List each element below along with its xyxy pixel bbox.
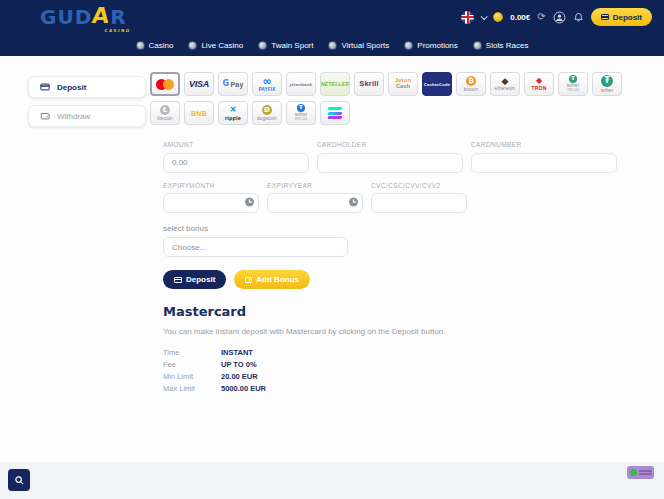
logo-text-right: R: [110, 5, 126, 29]
add-bonus-label: Add Bonus: [256, 275, 299, 284]
payment-method-tether-erc20[interactable]: ₮ tether ERC20: [286, 101, 316, 125]
sidebar-item-withdraw[interactable]: Withdraw: [28, 105, 146, 127]
payment-method-payfix[interactable]: ∞ PAYFIX: [252, 72, 282, 96]
payment-method-visa[interactable]: VISA: [184, 72, 214, 96]
cardholder-input[interactable]: [317, 153, 463, 173]
payment-method-skrill[interactable]: Skrill: [354, 72, 384, 96]
method-info-row: Max Limit 5000.00 EUR: [163, 382, 650, 394]
select-bonus-label: select bonus: [163, 224, 623, 233]
payment-label: ethereum: [495, 87, 516, 92]
payment-method-tether-trc20[interactable]: ₮ tether TRC20: [558, 72, 588, 96]
payment-method-bitcoin[interactable]: ₿ bitcoin: [456, 72, 486, 96]
payment-sublabel: ERC20: [295, 118, 307, 122]
nav-item-live-casino[interactable]: Live Casino: [188, 41, 243, 50]
nav-item-twain-sport[interactable]: Twain Sport: [258, 41, 313, 50]
slots-races-icon: [473, 41, 482, 50]
clock-icon: [245, 198, 254, 207]
amount-field-group: AMOUNT: [163, 141, 309, 173]
info-label: Time: [163, 348, 221, 357]
info-value: UP TO 0%: [221, 360, 257, 369]
sidebar-withdraw-label: Withdraw: [57, 112, 90, 121]
chevron-down-icon[interactable]: [481, 13, 488, 20]
twain-sport-icon: [258, 41, 267, 50]
payment-label: VISA: [189, 80, 209, 89]
cvc-input[interactable]: [371, 193, 467, 213]
bonus-select-value: Choose...: [172, 243, 206, 252]
amount-input[interactable]: [163, 153, 309, 173]
payment-method-jetoncash[interactable]: Jeton Cash: [388, 72, 418, 96]
method-info-row: Fee UP TO 0%: [163, 358, 650, 370]
search-fab-button[interactable]: [8, 469, 30, 491]
payment-glyph-icon: Ð: [262, 105, 272, 115]
header-deposit-label: Deposit: [613, 13, 642, 22]
payment-glyph-icon: ◆: [536, 77, 542, 85]
deposit-form: AMOUNT CARDHOLDER CARDNUMBER EXPIRYMONTH: [163, 141, 623, 289]
virtual-sports-icon: [328, 41, 337, 50]
payment-glyph-icon: Ł: [160, 105, 170, 115]
payment-method-ripple[interactable]: × ripple: [218, 101, 248, 125]
nav-item-casino[interactable]: Casino: [136, 41, 174, 50]
nav-item-promotions[interactable]: Promotions: [404, 41, 457, 50]
card-icon: [601, 14, 609, 20]
header-row: GUDAR CASINO 0.00€ ⟳ Deposit: [0, 0, 664, 34]
nav-item-virtual-sports[interactable]: Virtual Sports: [328, 41, 389, 50]
withdraw-wallet-icon: [40, 111, 50, 121]
expiryyear-label: EXPIRYYEAR: [267, 182, 363, 189]
balance-amount: 0.00€: [510, 13, 530, 22]
payment-label: Skrill: [359, 80, 379, 88]
payment-glyph-icon: ×: [229, 105, 237, 114]
payment-method-solana[interactable]: [320, 101, 350, 125]
cardnumber-label: CARDNUMBER: [471, 141, 617, 148]
payment-method-litecoin[interactable]: Ł litecoin: [150, 101, 180, 125]
payment-method-mastercard[interactable]: [150, 72, 180, 96]
payment-label: CashtoCode: [424, 83, 451, 87]
nav-item-slots-races[interactable]: Slots Races: [473, 41, 529, 50]
payment-label: PAYFIX: [259, 88, 276, 93]
cvc-field-group: CVC/CSC/CVV/CVV2: [371, 182, 467, 214]
main-nav: Casino Live Casino Twain Sport Virtual S…: [0, 34, 664, 56]
payment-method-tether[interactable]: ₮ tether: [592, 72, 622, 96]
payment-glyph-icon: ₮: [297, 104, 305, 112]
deposit-page: GUDAR CASINO 0.00€ ⟳ Deposit: [0, 0, 664, 499]
payment-label: TRON: [532, 86, 547, 91]
cardholder-label: CARDHOLDER: [317, 141, 463, 148]
coin-icon: [493, 12, 503, 22]
casino-icon: [136, 41, 145, 50]
info-label: Fee: [163, 360, 221, 369]
expirymonth-label: EXPIRYMONTH: [163, 182, 259, 189]
payment-glyph-icon: ₮: [569, 75, 577, 83]
payment-method-bnb[interactable]: BNB: [184, 101, 214, 125]
chat-widget-badge[interactable]: [627, 466, 654, 479]
sidebar-item-deposit[interactable]: Deposit: [28, 76, 146, 98]
info-label: Max Limit: [163, 384, 221, 393]
method-title: Mastercard: [163, 304, 650, 319]
deposit-submit-button[interactable]: Deposit: [163, 270, 226, 289]
payment-method-neteller[interactable]: NETELLER: [320, 72, 350, 96]
cardnumber-input[interactable]: [471, 153, 617, 173]
notifications-bell-icon[interactable]: [573, 12, 584, 23]
widget-lines: [639, 470, 652, 475]
payment-glyph-icon: G: [222, 80, 229, 88]
profile-icon[interactable]: [553, 11, 566, 24]
deposit-content: VISA G Pay ∞ PAYFIX jetonbank NETELLER S…: [150, 72, 650, 394]
payment-method-dogecoin[interactable]: Ð dogecoin: [252, 101, 282, 125]
payment-method-gpay[interactable]: G Pay: [218, 72, 248, 96]
promotions-icon: [404, 41, 413, 50]
payment-methods-row-2: Ł litecoin BNB × ripple Ð dogecoin ₮ tet…: [150, 101, 650, 125]
refresh-balance-icon[interactable]: ⟳: [537, 12, 545, 22]
add-bonus-button[interactable]: Add Bonus: [234, 270, 310, 289]
bonus-select[interactable]: Choose...: [163, 237, 348, 257]
info-value: 20.00 EUR: [221, 372, 258, 381]
method-description: You can make instant deposit with Master…: [163, 327, 650, 336]
info-label: Min Limit: [163, 372, 221, 381]
language-flag-icon[interactable]: [461, 11, 474, 24]
expirymonth-field-group: EXPIRYMONTH: [163, 182, 259, 214]
payment-method-ethereum[interactable]: ◆ ethereum: [490, 72, 520, 96]
cardnumber-field-group: CARDNUMBER: [471, 141, 617, 173]
site-logo[interactable]: GUDAR CASINO: [40, 6, 127, 28]
payment-method-cashtocode[interactable]: CashtoCode: [422, 72, 452, 96]
header-deposit-button[interactable]: Deposit: [591, 8, 652, 26]
payment-method-tron[interactable]: ◆ TRON: [524, 72, 554, 96]
header-controls: 0.00€ ⟳ Deposit: [461, 8, 652, 26]
payment-method-jetonbank[interactable]: jetonbank: [286, 72, 316, 96]
